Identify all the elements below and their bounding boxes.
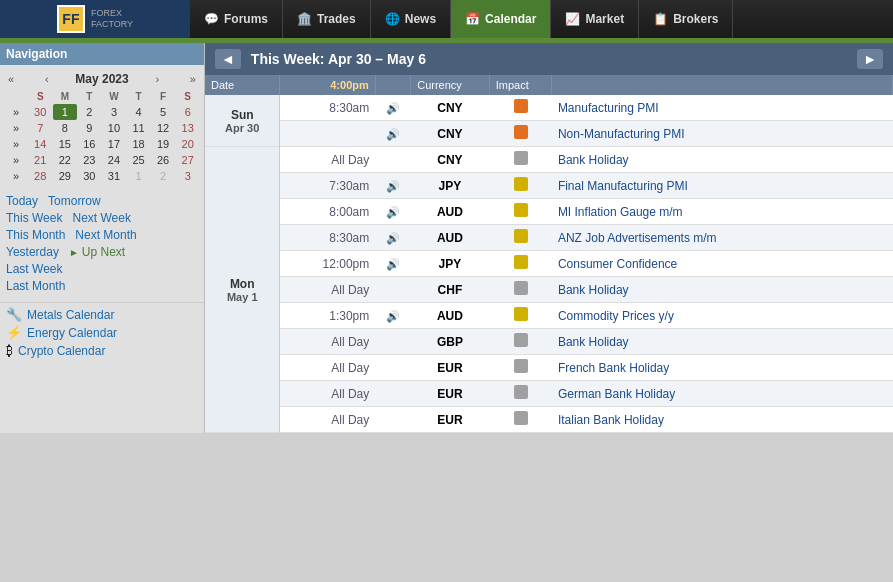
cal-day-4-5[interactable]: 2	[151, 168, 176, 184]
speaker-cell[interactable]: 🔊	[375, 95, 410, 121]
cal-day-2-6[interactable]: 20	[175, 136, 200, 152]
speaker-icon[interactable]: 🔊	[386, 310, 400, 322]
news-icon: 🌐	[385, 12, 400, 26]
cal-day-2-1[interactable]: 15	[53, 136, 78, 152]
cal-day-1-6[interactable]: 13	[175, 120, 200, 136]
speaker-cell[interactable]: 🔊	[375, 225, 410, 251]
nav-link-today[interactable]: Today	[6, 194, 38, 208]
cal-day-4-3[interactable]: 31	[102, 168, 127, 184]
impact-icon-gray	[514, 411, 528, 425]
week-next[interactable]: ►	[857, 49, 883, 69]
speaker-cell[interactable]: 🔊	[375, 173, 410, 199]
nav-link-this-week[interactable]: This Week	[6, 211, 62, 225]
event-name-cell[interactable]: ANZ Job Advertisements m/m	[552, 225, 893, 251]
cal-prev[interactable]: ‹	[41, 71, 53, 87]
cal-day-0-5[interactable]: 5	[151, 104, 176, 120]
cal-day-1-5[interactable]: 12	[151, 120, 176, 136]
forums-label: Forums	[224, 12, 268, 26]
speaker-cell[interactable]: 🔊	[375, 251, 410, 277]
cal-day-2-0[interactable]: 14	[28, 136, 53, 152]
speaker-icon[interactable]: 🔊	[386, 232, 400, 244]
cal-day-1-4[interactable]: 11	[126, 120, 151, 136]
cal-prev-prev[interactable]: «	[4, 71, 18, 87]
event-name-cell[interactable]: Bank Holiday	[552, 277, 893, 303]
event-name-cell[interactable]: Final Manufacturing PMI	[552, 173, 893, 199]
logo-text: FOREX FACTORY	[91, 8, 133, 30]
energy-link[interactable]: Energy Calendar	[27, 326, 117, 340]
cal-day-3-2[interactable]: 23	[77, 152, 102, 168]
event-name-cell[interactable]: German Bank Holiday	[552, 381, 893, 407]
cal-day-0-4[interactable]: 4	[126, 104, 151, 120]
speaker-icon[interactable]: 🔊	[386, 102, 400, 114]
cal-day-2-2[interactable]: 16	[77, 136, 102, 152]
week-prev[interactable]: ◄	[215, 49, 241, 69]
event-name-cell[interactable]: Bank Holiday	[552, 147, 893, 173]
nav-tab-news[interactable]: 🌐News	[371, 0, 451, 38]
event-name-cell[interactable]: Non-Manufacturing PMI	[552, 121, 893, 147]
nav-link-up-next[interactable]: ► Up Next	[69, 245, 125, 259]
cal-day-2-4[interactable]: 18	[126, 136, 151, 152]
nav-link-last-week[interactable]: Last Week	[6, 262, 62, 276]
cal-next[interactable]: ›	[151, 71, 163, 87]
cal-row-nav-3[interactable]: »	[4, 152, 28, 168]
speaker-cell[interactable]: 🔊	[375, 199, 410, 225]
cal-row-nav-1[interactable]: »	[4, 120, 28, 136]
event-name-cell[interactable]: Italian Bank Holiday	[552, 407, 893, 433]
cal-day-3-3[interactable]: 24	[102, 152, 127, 168]
cal-day-0-1[interactable]: 1	[53, 104, 78, 120]
cal-day-1-3[interactable]: 10	[102, 120, 127, 136]
cal-day-4-4[interactable]: 1	[126, 168, 151, 184]
cal-day-2-3[interactable]: 17	[102, 136, 127, 152]
cal-day-4-6[interactable]: 3	[175, 168, 200, 184]
metals-link[interactable]: Metals Calendar	[27, 308, 114, 322]
nav-link-next-month[interactable]: Next Month	[75, 228, 136, 242]
cal-day-4-2[interactable]: 30	[77, 168, 102, 184]
nav-link-this-month[interactable]: This Month	[6, 228, 65, 242]
cal-day-0-3[interactable]: 3	[102, 104, 127, 120]
cal-day-3-4[interactable]: 25	[126, 152, 151, 168]
event-name-cell[interactable]: MI Inflation Gauge m/m	[552, 199, 893, 225]
event-name-cell[interactable]: Commodity Prices y/y	[552, 303, 893, 329]
cal-day-3-6[interactable]: 27	[175, 152, 200, 168]
crypto-link[interactable]: Crypto Calendar	[18, 344, 105, 358]
event-name-cell[interactable]: French Bank Holiday	[552, 355, 893, 381]
cal-day-1-0[interactable]: 7	[28, 120, 53, 136]
cal-row-nav-2[interactable]: »	[4, 136, 28, 152]
news-label: News	[405, 12, 436, 26]
cal-day-1-2[interactable]: 9	[77, 120, 102, 136]
speaker-cell[interactable]: 🔊	[375, 303, 410, 329]
cal-day-3-0[interactable]: 21	[28, 152, 53, 168]
cal-row-nav-0[interactable]: »	[4, 104, 28, 120]
cal-day-2-5[interactable]: 19	[151, 136, 176, 152]
speaker-cell[interactable]: 🔊	[375, 121, 410, 147]
nav-tab-calendar[interactable]: 📅Calendar	[451, 0, 551, 38]
cal-next-next[interactable]: »	[186, 71, 200, 87]
event-name-cell[interactable]: Manufacturing PMI	[552, 95, 893, 121]
nav-link-tomorrow[interactable]: Tomorrow	[48, 194, 101, 208]
nav-link-last-month[interactable]: Last Month	[6, 279, 65, 293]
nav-tab-forums[interactable]: 💬Forums	[190, 0, 283, 38]
cal-week-1: »78910111213	[4, 120, 200, 136]
nav-tab-trades[interactable]: 🏛️Trades	[283, 0, 371, 38]
cal-day-4-0[interactable]: 28	[28, 168, 53, 184]
nav-tab-market[interactable]: 📈Market	[551, 0, 639, 38]
cal-day-0-0[interactable]: 30	[28, 104, 53, 120]
nav-link-next-week[interactable]: Next Week	[72, 211, 130, 225]
cal-row-nav-4[interactable]: »	[4, 168, 28, 184]
event-name-cell[interactable]: Bank Holiday	[552, 329, 893, 355]
cal-day-3-1[interactable]: 22	[53, 152, 78, 168]
speaker-icon[interactable]: 🔊	[386, 206, 400, 218]
speaker-icon[interactable]: 🔊	[386, 258, 400, 270]
cal-day-4-1[interactable]: 29	[53, 168, 78, 184]
cal-day-0-6[interactable]: 6	[175, 104, 200, 120]
speaker-icon[interactable]: 🔊	[386, 128, 400, 140]
nav-link-yesterday[interactable]: Yesterday	[6, 245, 59, 259]
cal-day-3-5[interactable]: 26	[151, 152, 176, 168]
speaker-icon[interactable]: 🔊	[386, 180, 400, 192]
cal-day-1-1[interactable]: 8	[53, 120, 78, 136]
table-row: 8:00am🔊AUDMI Inflation Gauge m/m	[205, 199, 893, 225]
nav-tab-brokers[interactable]: 📋Brokers	[639, 0, 733, 38]
event-name-cell[interactable]: Consumer Confidence	[552, 251, 893, 277]
cal-day-0-2[interactable]: 2	[77, 104, 102, 120]
time-cell	[280, 121, 375, 147]
